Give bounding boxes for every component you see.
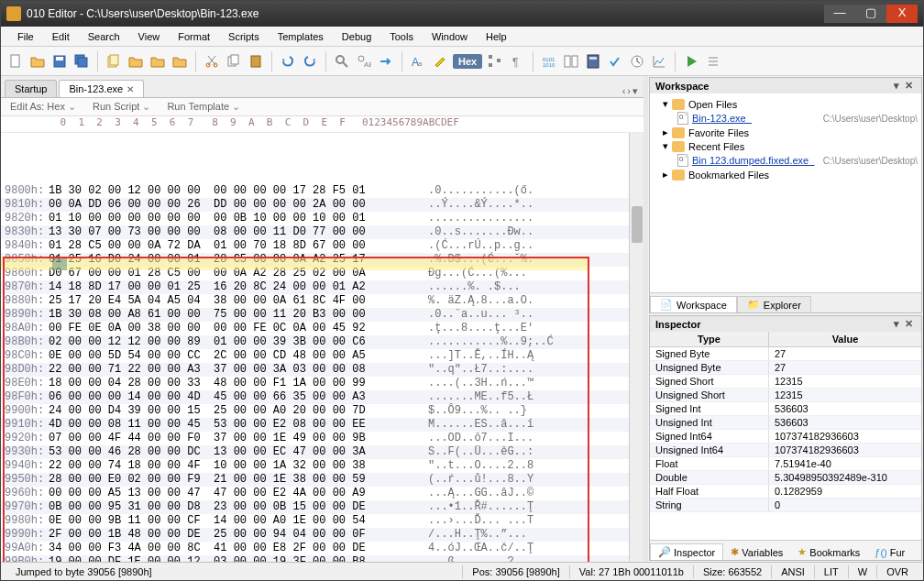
status-w[interactable]: W [849, 566, 876, 577]
hex-row[interactable]: 98F0h:06 00 00 00 14 00 00 4D 45 00 00 6… [1, 390, 629, 404]
menu-edit[interactable]: Edit [43, 29, 79, 44]
tab-next-icon[interactable]: › [627, 85, 631, 97]
close-button[interactable]: X [886, 5, 918, 23]
undo-icon[interactable] [279, 52, 297, 71]
functions-tab[interactable]: ƒ()Fur [867, 545, 912, 560]
save-all-icon[interactable] [72, 52, 91, 71]
inspector-row[interactable]: Signed Int536603 [650, 402, 921, 416]
hex-row[interactable]: 9870h:14 18 8D 17 00 00 01 25 16 20 8C 2… [1, 280, 629, 294]
calc-icon[interactable] [584, 52, 602, 71]
hex-row[interactable]: 99A0h:34 00 00 F3 4A 00 00 8C 41 00 00 E… [1, 542, 629, 555]
variables-tab[interactable]: ✱Variables [723, 544, 790, 560]
inspector-row[interactable]: Unsigned Int536603 [650, 416, 921, 430]
hex-row[interactable]: 9810h:00 0A DD 06 00 00 00 26 DD 00 00 0… [1, 198, 629, 212]
inspector-row[interactable]: Signed Int64107374182936603 [650, 430, 921, 444]
hex-row[interactable]: 9890h:1B 30 08 00 A8 61 00 00 75 00 00 1… [1, 308, 629, 322]
hex-scrollbar[interactable] [629, 133, 644, 562]
tab-prev-icon[interactable]: ‹ [622, 85, 626, 97]
folder2-icon[interactable] [148, 52, 167, 71]
menu-help[interactable]: Help [477, 29, 516, 44]
menu-templates[interactable]: Templates [269, 29, 333, 44]
inspector-row[interactable]: Unsigned Short12315 [650, 389, 921, 402]
inspector-row[interactable]: Unsigned Byte27 [650, 361, 921, 375]
open-file-item[interactable]: Bin-123.exe_ C:\Users\user\Desktop\ [654, 111, 918, 126]
hex-row[interactable]: 9900h:24 00 00 D4 39 00 00 15 25 00 00 A… [1, 404, 629, 418]
menubar[interactable]: File Edit Search View Format Scripts Tem… [1, 27, 923, 47]
paste-icon[interactable] [247, 52, 265, 71]
hex-row[interactable]: 9950h:28 00 00 E0 02 00 00 F9 21 00 00 1… [1, 473, 629, 487]
hex-row[interactable]: 9920h:07 00 00 4F 44 00 00 F0 37 00 00 1… [1, 432, 629, 445]
hex-row[interactable]: 9840h:01 28 C5 00 00 0A 72 DA 01 00 70 1… [1, 239, 629, 253]
hex-row[interactable]: 9880h:25 17 20 E4 5A 04 A5 04 38 00 00 0… [1, 294, 629, 308]
para-icon[interactable]: ¶ [508, 52, 526, 71]
hex-row[interactable]: 99B0h:19 00 00 DF 1E 00 00 12 03 00 00 1… [1, 555, 629, 562]
explorer-tab[interactable]: 📁 Explorer [737, 296, 811, 312]
checksum-icon[interactable] [606, 52, 624, 71]
highlight-icon[interactable] [431, 52, 449, 71]
hex-row[interactable]: 9850h:01 25 16 D0 24 00 00 01 28 C5 00 0… [1, 253, 629, 267]
font-icon[interactable]: Aa [409, 52, 427, 71]
open-folder-icon[interactable] [28, 52, 47, 71]
workspace-close-icon[interactable]: ✕ [902, 80, 916, 92]
redo-icon[interactable] [301, 52, 319, 71]
menu-format[interactable]: Format [169, 29, 219, 44]
bookmarked-files-group[interactable]: ▸ Bookmarked Files [654, 168, 918, 181]
folder3-icon[interactable] [170, 52, 189, 71]
inspector-close-icon[interactable]: ✕ [902, 318, 916, 330]
hex-row[interactable]: 9860h:D0 67 00 00 01 28 C5 00 00 0A A2 2… [1, 267, 629, 280]
find-replace-icon[interactable]: AB [355, 52, 373, 71]
hex-row[interactable]: 9930h:53 00 00 46 28 00 00 DC 13 00 00 E… [1, 445, 629, 459]
open-files-group[interactable]: ▾ Open Files [654, 97, 918, 111]
hex-row[interactable]: 98B0h:02 00 00 12 12 00 00 89 01 00 00 3… [1, 335, 629, 349]
hex-row[interactable]: 9800h:1B 30 02 00 12 00 00 00 00 00 00 0… [1, 184, 629, 198]
menu-window[interactable]: Window [423, 29, 477, 44]
hex-row[interactable]: 9990h:2F 00 00 1B 48 00 00 DE 25 00 00 9… [1, 528, 629, 542]
tab-close-icon[interactable]: ✕ [126, 84, 134, 94]
maximize-button[interactable]: ▢ [855, 5, 886, 23]
status-ovr[interactable]: OVR [877, 566, 918, 577]
run-template-dropdown[interactable]: Run Template [167, 101, 240, 113]
goto-icon[interactable] [377, 52, 395, 71]
cut-icon[interactable] [203, 52, 221, 71]
clock-icon[interactable] [628, 52, 646, 71]
hex-mode-button[interactable]: Hex [453, 54, 482, 69]
status-encoding[interactable]: ANSI [772, 566, 814, 577]
hex-row[interactable]: 9820h:01 10 00 00 00 00 00 00 00 0B 10 0… [1, 212, 629, 225]
save-icon[interactable] [50, 52, 69, 71]
inspector-dropdown-icon[interactable]: ▾ [891, 318, 902, 330]
chart-icon[interactable] [650, 52, 668, 71]
inspector-row[interactable]: Double5.30498950392489e-310 [650, 471, 921, 485]
hex-row[interactable]: 98A0h:00 FE 0E 0A 00 38 00 00 00 00 FE 0… [1, 322, 629, 335]
inspector-row[interactable]: Half Float0.1282959 [650, 485, 921, 499]
hex-row[interactable]: 9970h:0B 00 00 95 31 00 00 D8 23 00 00 0… [1, 500, 629, 514]
recent-file-item[interactable]: Bin 123.dumped.fixed.exe_ C:\Users\user\… [654, 153, 918, 168]
inspector-row[interactable]: String0 [650, 499, 921, 512]
menu-tools[interactable]: Tools [380, 29, 423, 44]
find-icon[interactable] [333, 52, 351, 71]
recent-files-group[interactable]: ▾ Recent Files [654, 139, 918, 153]
run-icon[interactable] [682, 52, 700, 71]
list-icon[interactable] [704, 52, 722, 71]
menu-search[interactable]: Search [79, 29, 129, 44]
folder-icon[interactable] [126, 52, 145, 71]
hex-editor-view[interactable]: 9800h:1B 30 02 00 12 00 00 00 00 00 00 0… [1, 133, 629, 562]
hex-row[interactable]: 98D0h:22 00 00 71 22 00 00 A3 37 00 00 3… [1, 363, 629, 377]
workspace-dropdown-icon[interactable]: ▾ [891, 80, 902, 92]
hex-row[interactable]: 9980h:0E 00 00 9B 11 00 00 CF 14 00 00 A… [1, 514, 629, 528]
copy-icon[interactable] [225, 52, 243, 71]
tab-startup[interactable]: Startup [5, 80, 57, 97]
compare-icon[interactable] [562, 52, 580, 71]
menu-view[interactable]: View [129, 29, 170, 44]
edit-as-dropdown[interactable]: Edit As: Hex [10, 101, 76, 113]
workspace-tab[interactable]: 📄 Workspace [650, 296, 737, 312]
tab-menu-icon[interactable]: ▾ [632, 85, 638, 97]
hex-row[interactable]: 9830h:13 30 07 00 73 00 00 00 08 00 00 1… [1, 225, 629, 239]
bookmarks-tab[interactable]: ★Bookmarks [790, 544, 867, 560]
hex-row[interactable]: 98E0h:18 00 00 04 28 00 00 33 48 00 00 F… [1, 377, 629, 390]
menu-file[interactable]: File [8, 29, 43, 44]
tree-icon[interactable] [486, 52, 504, 71]
hex-row[interactable]: 9940h:22 00 00 74 18 00 00 4F 10 00 00 1… [1, 459, 629, 473]
binary-icon[interactable]: 01011010 [540, 52, 558, 71]
hex-row[interactable]: 9910h:4D 00 00 08 11 00 00 45 53 00 00 E… [1, 418, 629, 432]
inspector-row[interactable]: Signed Byte27 [650, 347, 921, 361]
